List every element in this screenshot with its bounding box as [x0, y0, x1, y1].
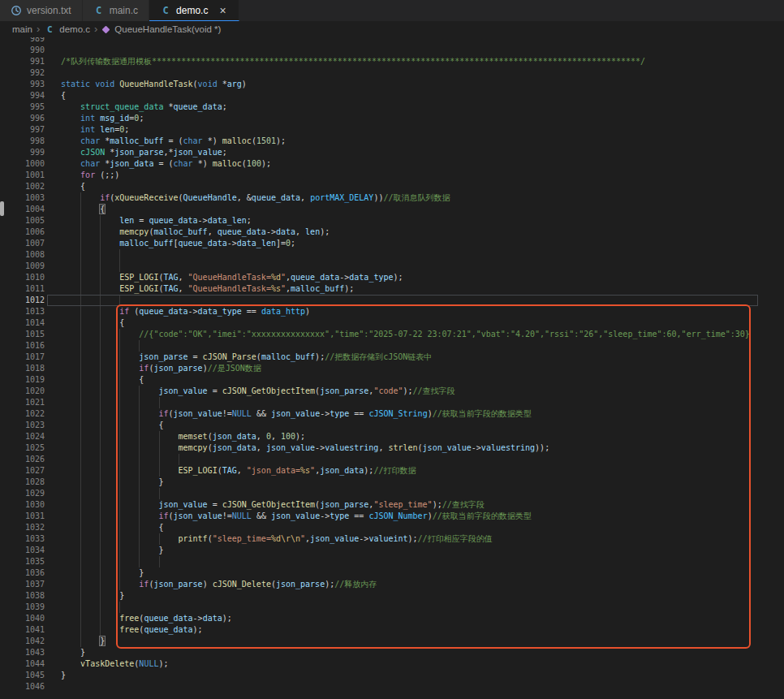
line-number[interactable]: 1001: [0, 170, 45, 181]
line-number[interactable]: 1002: [0, 181, 45, 192]
line-number[interactable]: 1000: [0, 158, 45, 170]
indent-guide: [139, 397, 140, 408]
indent-guide: [139, 511, 140, 522]
code-token: "QueueHandleTask=: [188, 273, 271, 282]
line-number[interactable]: 1024: [0, 431, 45, 442]
line-number[interactable]: 1031: [0, 511, 45, 522]
line-number[interactable]: 1027: [0, 465, 45, 477]
indent-guide: [100, 556, 101, 567]
line-number[interactable]: 1008: [0, 249, 45, 261]
tab-version-txt[interactable]: version.txt: [0, 0, 83, 21]
line-number[interactable]: 1018: [0, 363, 45, 374]
indent-guide: [139, 488, 140, 499]
line-number[interactable]: 1017: [0, 352, 45, 363]
line-number[interactable]: 1023: [0, 420, 45, 431]
code-token: ,*: [163, 148, 173, 157]
line-number[interactable]: 1037: [0, 579, 45, 590]
code-text: if(json_parse)//是JSON数据: [61, 363, 784, 374]
breadcrumb-item-main[interactable]: main: [12, 24, 32, 34]
line-number[interactable]: 1029: [0, 488, 45, 499]
line-number[interactable]: 1022: [0, 408, 45, 420]
line-number[interactable]: 1007: [0, 238, 45, 249]
line-number[interactable]: 994: [0, 90, 45, 101]
line-number[interactable]: 1010: [0, 272, 45, 283]
indent-guide: [80, 511, 81, 522]
tab-demo-c[interactable]: C demo.c ×: [149, 0, 239, 21]
line-number[interactable]: 1025: [0, 442, 45, 454]
line-number[interactable]: 1035: [0, 556, 45, 567]
code-line: 1031 if(json_value!=NULL && json_value->…: [0, 511, 784, 522]
line-number[interactable]: 1013: [0, 306, 45, 317]
code-token: *): [193, 159, 213, 168]
line-number[interactable]: 997: [0, 124, 45, 136]
line-number[interactable]: 1011: [0, 283, 45, 295]
line-number[interactable]: 992: [0, 67, 45, 79]
code-token: /*队列传输数据通用模板****************************…: [61, 57, 645, 66]
code-line: 1042 }: [0, 636, 784, 647]
code-editor[interactable]: 989990991/*队列传输数据通用模板*******************…: [0, 37, 784, 699]
indent-guide: [159, 397, 160, 408]
code-line: 1012: [0, 295, 784, 306]
code-line: 1036 }: [0, 567, 784, 579]
line-number[interactable]: 1026: [0, 454, 45, 465]
line-number[interactable]: 1043: [0, 647, 45, 658]
line-number[interactable]: 1009: [0, 261, 45, 272]
line-number[interactable]: 1034: [0, 545, 45, 556]
line-number[interactable]: 1006: [0, 227, 45, 238]
breadcrumb-item-file[interactable]: demo.c: [59, 24, 90, 34]
code-text: [61, 340, 784, 352]
close-tab-icon[interactable]: ×: [218, 5, 227, 16]
code-token: ,: [295, 227, 305, 236]
line-number[interactable]: 995: [0, 101, 45, 113]
line-number[interactable]: 998: [0, 136, 45, 147]
line-number[interactable]: 1036: [0, 567, 45, 579]
line-number[interactable]: 1041: [0, 624, 45, 636]
line-number[interactable]: 1016: [0, 340, 45, 352]
code-line: 1009: [0, 261, 784, 272]
line-number[interactable]: 991: [0, 56, 45, 67]
line-number[interactable]: 1032: [0, 522, 45, 533]
breadcrumb-item-symbol[interactable]: QueueHandleTask(void *): [114, 24, 221, 34]
line-number[interactable]: 1021: [0, 397, 45, 408]
indent-guide: [100, 465, 101, 477]
code-token: ESP_LOGI: [179, 466, 218, 475]
code-text: }: [61, 636, 784, 647]
line-number[interactable]: 1003: [0, 192, 45, 204]
line-number[interactable]: 993: [0, 79, 45, 90]
tab-main-c[interactable]: C main.c: [83, 0, 149, 21]
code-token: queue_data: [139, 307, 187, 316]
line-number[interactable]: 989: [0, 37, 45, 45]
line-number[interactable]: 1004: [0, 204, 45, 215]
code-token: len: [305, 227, 320, 236]
line-number[interactable]: 996: [0, 113, 45, 124]
code-token: char: [80, 159, 100, 168]
line-number[interactable]: 1033: [0, 533, 45, 545]
code-token: );: [295, 432, 305, 441]
code-token: ==: [242, 307, 261, 316]
code-token: &&: [252, 409, 271, 418]
line-number[interactable]: 1014: [0, 317, 45, 329]
line-number[interactable]: 1005: [0, 215, 45, 227]
code-token: strlen: [388, 443, 417, 452]
code-line: 1029: [0, 488, 784, 499]
line-number[interactable]: 1028: [0, 477, 45, 488]
line-number[interactable]: 1020: [0, 386, 45, 397]
line-number[interactable]: 990: [0, 45, 45, 56]
code-token: "QueueHandleTask=: [188, 284, 271, 293]
line-number[interactable]: 1042: [0, 636, 45, 647]
line-number[interactable]: 1019: [0, 374, 45, 386]
line-number[interactable]: 1045: [0, 670, 45, 681]
line-number[interactable]: 1040: [0, 613, 45, 624]
code-token: //查找字段: [413, 386, 455, 395]
code-token: *: [100, 159, 110, 168]
line-number[interactable]: 1030: [0, 499, 45, 511]
line-number[interactable]: 999: [0, 147, 45, 158]
line-number[interactable]: 1015: [0, 329, 45, 340]
indent-guide: [159, 454, 160, 465]
line-number[interactable]: 1012: [0, 295, 45, 306]
line-number[interactable]: 1044: [0, 658, 45, 670]
line-number[interactable]: 1039: [0, 602, 45, 613]
code-token: ;: [247, 216, 252, 225]
line-number[interactable]: 1046: [0, 681, 45, 693]
line-number[interactable]: 1038: [0, 590, 45, 602]
